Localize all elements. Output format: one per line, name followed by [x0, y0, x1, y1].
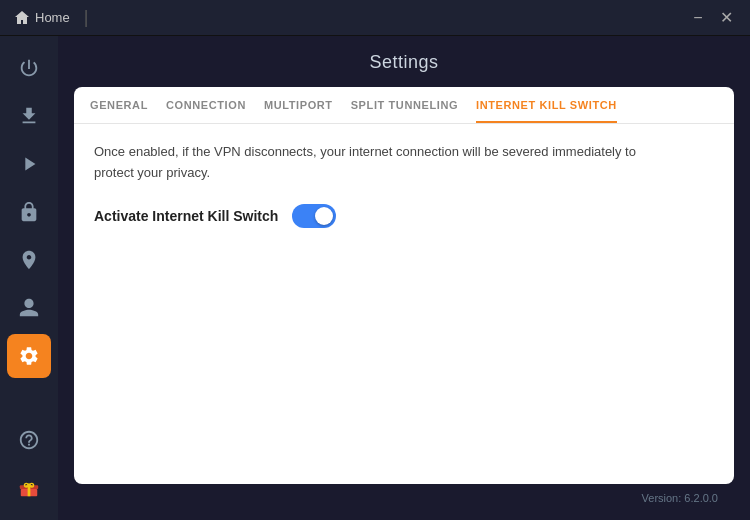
tab-general[interactable]: GENERAL — [90, 99, 148, 123]
power-icon — [18, 57, 40, 79]
tab-split-tunneling[interactable]: SPLIT TUNNELING — [351, 99, 458, 123]
sidebar-item-account[interactable] — [7, 286, 51, 330]
sidebar-item-power[interactable] — [7, 46, 51, 90]
sidebar-item-lock[interactable] — [7, 190, 51, 234]
home-label: Home — [35, 10, 70, 25]
sidebar-item-gift[interactable] — [7, 466, 51, 510]
kill-switch-row: Activate Internet Kill Switch — [94, 204, 714, 228]
content-area: Settings GENERAL CONNECTION MULTIPORT SP… — [58, 36, 750, 520]
title-bar: Home | − ✕ — [0, 0, 750, 36]
kill-switch-toggle[interactable] — [292, 204, 336, 228]
tab-connection[interactable]: CONNECTION — [166, 99, 246, 123]
divider: | — [84, 7, 89, 28]
download-icon — [18, 105, 40, 127]
gift-icon — [18, 477, 40, 499]
sidebar-item-download[interactable] — [7, 94, 51, 138]
location-icon — [18, 249, 40, 271]
main-layout: Settings GENERAL CONNECTION MULTIPORT SP… — [0, 36, 750, 520]
account-icon — [18, 297, 40, 319]
title-bar-left: Home | — [14, 7, 94, 28]
page-title: Settings — [74, 52, 734, 73]
version-bar: Version: 6.2.0.0 — [74, 484, 734, 510]
help-icon — [18, 429, 40, 451]
sidebar-item-help[interactable] — [7, 418, 51, 462]
tab-content-kill-switch: Once enabled, if the VPN disconnects, yo… — [74, 124, 734, 484]
sidebar-item-play[interactable] — [7, 142, 51, 186]
close-button[interactable]: ✕ — [712, 4, 740, 32]
settings-panel: GENERAL CONNECTION MULTIPORT SPLIT TUNNE… — [74, 87, 734, 484]
home-button[interactable]: Home — [14, 10, 70, 26]
sidebar-item-ip[interactable] — [7, 238, 51, 282]
toggle-thumb — [315, 207, 333, 225]
kill-switch-label: Activate Internet Kill Switch — [94, 208, 278, 224]
minimize-button[interactable]: − — [684, 4, 712, 32]
tab-bar: GENERAL CONNECTION MULTIPORT SPLIT TUNNE… — [74, 87, 734, 124]
lock-icon — [18, 201, 40, 223]
home-icon — [14, 10, 30, 26]
version-text: Version: 6.2.0.0 — [642, 492, 718, 504]
kill-switch-description: Once enabled, if the VPN disconnects, yo… — [94, 142, 674, 184]
sidebar-item-settings[interactable] — [7, 334, 51, 378]
play-icon — [18, 153, 40, 175]
tab-multiport[interactable]: MULTIPORT — [264, 99, 333, 123]
settings-icon — [18, 345, 40, 367]
tab-internet-kill-switch[interactable]: INTERNET KILL SWITCH — [476, 99, 617, 123]
sidebar — [0, 36, 58, 520]
